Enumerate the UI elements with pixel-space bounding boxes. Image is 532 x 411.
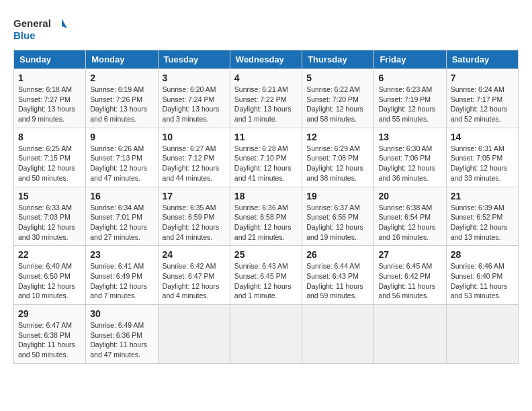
day-number: 12 — [306, 132, 369, 142]
calendar-cell: 8 Sunrise: 6:25 AMSunset: 7:15 PMDayligh… — [14, 128, 86, 187]
day-info: Sunrise: 6:39 AMSunset: 6:52 PMDaylight:… — [451, 203, 508, 241]
day-info: Sunrise: 6:37 AMSunset: 6:56 PMDaylight:… — [306, 203, 363, 241]
day-number: 7 — [451, 73, 514, 83]
calendar-cell: 3 Sunrise: 6:20 AMSunset: 7:24 PMDayligh… — [158, 69, 230, 128]
day-info: Sunrise: 6:43 AMSunset: 6:45 PMDaylight:… — [234, 262, 292, 300]
day-number: 6 — [378, 73, 441, 83]
day-number: 9 — [90, 132, 153, 142]
day-info: Sunrise: 6:36 AMSunset: 6:58 PMDaylight:… — [234, 203, 292, 241]
calendar-cell: 27 Sunrise: 6:45 AMSunset: 6:42 PMDaylig… — [374, 246, 446, 305]
day-number: 27 — [378, 249, 441, 260]
day-info: Sunrise: 6:49 AMSunset: 6:36 PMDaylight:… — [90, 321, 147, 359]
day-info: Sunrise: 6:30 AMSunset: 7:06 PMDaylight:… — [378, 144, 435, 182]
header-day-wednesday: Wednesday — [230, 50, 302, 69]
calendar-cell: 5 Sunrise: 6:22 AMSunset: 7:20 PMDayligh… — [302, 69, 374, 128]
calendar-cell: 17 Sunrise: 6:35 AMSunset: 6:59 PMDaylig… — [158, 187, 230, 246]
calendar-cell: 29 Sunrise: 6:47 AMSunset: 6:38 PMDaylig… — [14, 305, 86, 364]
calendar-cell: 9 Sunrise: 6:26 AMSunset: 7:13 PMDayligh… — [86, 128, 158, 187]
calendar-cell: 6 Sunrise: 6:23 AMSunset: 7:19 PMDayligh… — [374, 69, 446, 128]
calendar-table: SundayMondayTuesdayWednesdayThursdayFrid… — [13, 50, 519, 364]
day-info: Sunrise: 6:31 AMSunset: 7:05 PMDaylight:… — [451, 144, 508, 182]
calendar-week-2: 8 Sunrise: 6:25 AMSunset: 7:15 PMDayligh… — [14, 128, 519, 187]
day-number: 26 — [306, 249, 369, 260]
day-info: Sunrise: 6:33 AMSunset: 7:03 PMDaylight:… — [18, 203, 75, 241]
calendar-cell: 23 Sunrise: 6:41 AMSunset: 6:49 PMDaylig… — [86, 246, 158, 305]
calendar-cell: 13 Sunrise: 6:30 AMSunset: 7:06 PMDaylig… — [374, 128, 446, 187]
day-number: 8 — [18, 132, 81, 142]
calendar-cell: 22 Sunrise: 6:40 AMSunset: 6:50 PMDaylig… — [14, 246, 86, 305]
day-info: Sunrise: 6:45 AMSunset: 6:42 PMDaylight:… — [378, 262, 435, 300]
svg-text:Blue: Blue — [13, 30, 36, 41]
calendar-cell — [230, 305, 302, 364]
calendar-cell: 14 Sunrise: 6:31 AMSunset: 7:05 PMDaylig… — [446, 128, 518, 187]
calendar-cell: 15 Sunrise: 6:33 AMSunset: 7:03 PMDaylig… — [14, 187, 86, 246]
calendar-cell — [158, 305, 230, 364]
day-info: Sunrise: 6:25 AMSunset: 7:15 PMDaylight:… — [18, 144, 75, 182]
day-number: 18 — [234, 191, 298, 201]
day-number: 23 — [90, 249, 153, 260]
calendar-cell: 26 Sunrise: 6:44 AMSunset: 6:43 PMDaylig… — [302, 246, 374, 305]
calendar-week-4: 22 Sunrise: 6:40 AMSunset: 6:50 PMDaylig… — [14, 246, 519, 305]
calendar-cell: 20 Sunrise: 6:38 AMSunset: 6:54 PMDaylig… — [374, 187, 446, 246]
calendar-body: 1 Sunrise: 6:18 AMSunset: 7:27 PMDayligh… — [14, 69, 519, 364]
day-number: 10 — [163, 132, 226, 142]
calendar-cell: 12 Sunrise: 6:29 AMSunset: 7:08 PMDaylig… — [302, 128, 374, 187]
day-info: Sunrise: 6:41 AMSunset: 6:49 PMDaylight:… — [90, 262, 147, 300]
day-number: 5 — [306, 73, 369, 83]
logo-svg: General Blue — [13, 13, 67, 43]
calendar-week-3: 15 Sunrise: 6:33 AMSunset: 7:03 PMDaylig… — [14, 187, 519, 246]
day-info: Sunrise: 6:20 AMSunset: 7:24 PMDaylight:… — [163, 85, 220, 123]
calendar-week-1: 1 Sunrise: 6:18 AMSunset: 7:27 PMDayligh… — [14, 69, 519, 128]
calendar-cell — [302, 305, 374, 364]
header-row: SundayMondayTuesdayWednesdayThursdayFrid… — [14, 50, 519, 69]
logo: General Blue — [13, 13, 67, 43]
day-number: 13 — [378, 132, 441, 142]
day-number: 19 — [306, 191, 369, 201]
header-day-monday: Monday — [86, 50, 158, 69]
day-info: Sunrise: 6:29 AMSunset: 7:08 PMDaylight:… — [306, 144, 363, 182]
header-day-friday: Friday — [374, 50, 446, 69]
day-info: Sunrise: 6:38 AMSunset: 6:54 PMDaylight:… — [378, 203, 435, 241]
day-number: 30 — [90, 308, 153, 319]
day-number: 29 — [18, 308, 81, 319]
calendar-cell: 16 Sunrise: 6:34 AMSunset: 7:01 PMDaylig… — [86, 187, 158, 246]
calendar-cell: 21 Sunrise: 6:39 AMSunset: 6:52 PMDaylig… — [446, 187, 518, 246]
day-info: Sunrise: 6:40 AMSunset: 6:50 PMDaylight:… — [18, 262, 75, 300]
calendar-cell: 30 Sunrise: 6:49 AMSunset: 6:36 PMDaylig… — [86, 305, 158, 364]
day-number: 20 — [378, 191, 441, 201]
day-info: Sunrise: 6:34 AMSunset: 7:01 PMDaylight:… — [90, 203, 147, 241]
calendar-cell — [446, 305, 518, 364]
day-info: Sunrise: 6:23 AMSunset: 7:19 PMDaylight:… — [378, 85, 435, 123]
calendar-cell: 1 Sunrise: 6:18 AMSunset: 7:27 PMDayligh… — [14, 69, 86, 128]
day-number: 25 — [234, 249, 298, 260]
page-header: General Blue — [13, 13, 519, 43]
day-number: 24 — [163, 249, 226, 260]
header-day-saturday: Saturday — [446, 50, 518, 69]
day-number: 14 — [451, 132, 514, 142]
day-number: 2 — [90, 73, 153, 83]
day-number: 4 — [234, 73, 298, 83]
day-info: Sunrise: 6:22 AMSunset: 7:20 PMDaylight:… — [306, 85, 363, 123]
day-info: Sunrise: 6:47 AMSunset: 6:38 PMDaylight:… — [18, 321, 75, 359]
calendar-cell: 10 Sunrise: 6:27 AMSunset: 7:12 PMDaylig… — [158, 128, 230, 187]
calendar-cell: 25 Sunrise: 6:43 AMSunset: 6:45 PMDaylig… — [230, 246, 302, 305]
day-info: Sunrise: 6:35 AMSunset: 6:59 PMDaylight:… — [163, 203, 220, 241]
day-info: Sunrise: 6:18 AMSunset: 7:27 PMDaylight:… — [18, 85, 75, 123]
calendar-cell: 11 Sunrise: 6:28 AMSunset: 7:10 PMDaylig… — [230, 128, 302, 187]
day-info: Sunrise: 6:28 AMSunset: 7:10 PMDaylight:… — [234, 144, 292, 182]
calendar-cell: 24 Sunrise: 6:42 AMSunset: 6:47 PMDaylig… — [158, 246, 230, 305]
header-day-tuesday: Tuesday — [158, 50, 230, 69]
svg-marker-2 — [62, 19, 67, 28]
day-number: 15 — [18, 191, 81, 201]
day-info: Sunrise: 6:42 AMSunset: 6:47 PMDaylight:… — [163, 262, 220, 300]
day-number: 16 — [90, 191, 153, 201]
day-number: 17 — [163, 191, 226, 201]
day-info: Sunrise: 6:27 AMSunset: 7:12 PMDaylight:… — [163, 144, 220, 182]
header-day-thursday: Thursday — [302, 50, 374, 69]
day-info: Sunrise: 6:44 AMSunset: 6:43 PMDaylight:… — [306, 262, 363, 300]
calendar-header: SundayMondayTuesdayWednesdayThursdayFrid… — [14, 50, 519, 69]
header-day-sunday: Sunday — [14, 50, 86, 69]
day-info: Sunrise: 6:26 AMSunset: 7:13 PMDaylight:… — [90, 144, 147, 182]
calendar-cell: 19 Sunrise: 6:37 AMSunset: 6:56 PMDaylig… — [302, 187, 374, 246]
day-number: 21 — [451, 191, 514, 201]
